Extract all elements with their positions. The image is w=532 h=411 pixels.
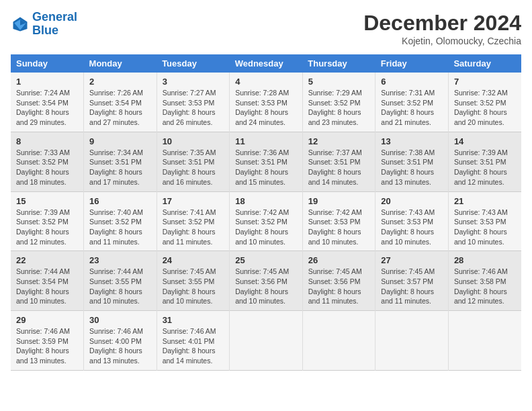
- day-number: 10: [163, 136, 224, 146]
- header-sunday: Sunday: [11, 54, 84, 73]
- header-thursday: Thursday: [302, 54, 375, 73]
- day-number: 8: [16, 136, 78, 146]
- cell-day-30: 30 Sunrise: 7:46 AM Sunset: 4:00 PM Dayl…: [84, 311, 157, 371]
- cell-day-5: 5 Sunrise: 7:29 AM Sunset: 3:52 PM Dayli…: [302, 73, 375, 132]
- header-tuesday: Tuesday: [157, 54, 230, 73]
- day-number: 30: [89, 315, 151, 325]
- day-info: Sunrise: 7:46 AM Sunset: 3:59 PM Dayligh…: [16, 326, 78, 366]
- cell-day-17: 17 Sunrise: 7:41 AM Sunset: 3:52 PM Dayl…: [157, 191, 230, 251]
- day-info: Sunrise: 7:42 AM Sunset: 3:52 PM Dayligh…: [235, 208, 297, 247]
- logo: General Blue: [11, 11, 77, 38]
- cell-day-15: 15 Sunrise: 7:39 AM Sunset: 3:52 PM Dayl…: [11, 191, 84, 251]
- cell-day-28: 28 Sunrise: 7:46 AM Sunset: 3:58 PM Dayl…: [448, 251, 521, 311]
- day-info: Sunrise: 7:45 AM Sunset: 3:55 PM Dayligh…: [163, 267, 224, 306]
- cell-day-7: 7 Sunrise: 7:32 AM Sunset: 3:52 PM Dayli…: [448, 73, 521, 132]
- day-info: Sunrise: 7:46 AM Sunset: 4:00 PM Dayligh…: [89, 326, 151, 366]
- cell-day-16: 16 Sunrise: 7:40 AM Sunset: 3:52 PM Dayl…: [84, 191, 157, 251]
- day-number: 26: [308, 255, 370, 265]
- cell-day-4: 4 Sunrise: 7:28 AM Sunset: 3:53 PM Dayli…: [230, 73, 303, 132]
- day-info: Sunrise: 7:44 AM Sunset: 3:55 PM Dayligh…: [89, 267, 151, 306]
- day-number: 11: [235, 136, 297, 146]
- day-info: Sunrise: 7:45 AM Sunset: 3:57 PM Dayligh…: [381, 267, 443, 306]
- calendar-table: Sunday Monday Tuesday Wednesday Thursday…: [11, 54, 521, 371]
- cell-day-26: 26 Sunrise: 7:45 AM Sunset: 3:56 PM Dayl…: [302, 251, 375, 311]
- cell-day-25: 25 Sunrise: 7:45 AM Sunset: 3:56 PM Dayl…: [230, 251, 303, 311]
- week-row-4: 22 Sunrise: 7:44 AM Sunset: 3:54 PM Dayl…: [11, 251, 521, 311]
- day-info: Sunrise: 7:37 AM Sunset: 3:51 PM Dayligh…: [308, 148, 370, 187]
- day-number: 21: [454, 196, 516, 206]
- day-info: Sunrise: 7:32 AM Sunset: 3:52 PM Dayligh…: [454, 88, 516, 128]
- day-number: 2: [89, 77, 151, 87]
- cell-day-empty: [230, 311, 303, 371]
- cell-day-29: 29 Sunrise: 7:46 AM Sunset: 3:59 PM Dayl…: [11, 311, 84, 371]
- cell-day-23: 23 Sunrise: 7:44 AM Sunset: 3:55 PM Dayl…: [84, 251, 157, 311]
- day-info: Sunrise: 7:24 AM Sunset: 3:54 PM Dayligh…: [16, 88, 78, 128]
- week-row-3: 15 Sunrise: 7:39 AM Sunset: 3:52 PM Dayl…: [11, 191, 521, 251]
- day-info: Sunrise: 7:44 AM Sunset: 3:54 PM Dayligh…: [16, 267, 78, 306]
- day-info: Sunrise: 7:35 AM Sunset: 3:51 PM Dayligh…: [163, 148, 224, 187]
- calendar-header-row: Sunday Monday Tuesday Wednesday Thursday…: [11, 54, 521, 73]
- day-info: Sunrise: 7:33 AM Sunset: 3:52 PM Dayligh…: [16, 148, 78, 187]
- day-info: Sunrise: 7:26 AM Sunset: 3:54 PM Dayligh…: [89, 88, 151, 128]
- header-saturday: Saturday: [448, 54, 521, 73]
- day-number: 5: [308, 77, 370, 87]
- location-subtitle: Kojetin, Olomoucky, Czechia: [363, 36, 521, 46]
- day-info: Sunrise: 7:31 AM Sunset: 3:52 PM Dayligh…: [381, 88, 443, 128]
- day-number: 29: [16, 315, 78, 325]
- day-number: 22: [16, 255, 78, 265]
- cell-day-8: 8 Sunrise: 7:33 AM Sunset: 3:52 PM Dayli…: [11, 132, 84, 191]
- cell-day-empty: [302, 311, 375, 371]
- cell-day-20: 20 Sunrise: 7:43 AM Sunset: 3:53 PM Dayl…: [375, 191, 449, 251]
- cell-day-1: 1 Sunrise: 7:24 AM Sunset: 3:54 PM Dayli…: [11, 73, 84, 132]
- day-number: 4: [235, 77, 297, 87]
- header-friday: Friday: [375, 54, 449, 73]
- day-info: Sunrise: 7:39 AM Sunset: 3:51 PM Dayligh…: [454, 148, 516, 187]
- day-info: Sunrise: 7:41 AM Sunset: 3:52 PM Dayligh…: [163, 208, 224, 247]
- week-row-5: 29 Sunrise: 7:46 AM Sunset: 3:59 PM Dayl…: [11, 311, 521, 371]
- day-number: 12: [308, 136, 370, 146]
- day-number: 7: [454, 77, 516, 87]
- cell-day-10: 10 Sunrise: 7:35 AM Sunset: 3:51 PM Dayl…: [157, 132, 230, 191]
- cell-day-3: 3 Sunrise: 7:27 AM Sunset: 3:53 PM Dayli…: [157, 73, 230, 132]
- logo-text: General Blue: [32, 11, 77, 38]
- day-info: Sunrise: 7:34 AM Sunset: 3:51 PM Dayligh…: [89, 148, 151, 187]
- day-number: 14: [454, 136, 516, 146]
- cell-day-27: 27 Sunrise: 7:45 AM Sunset: 3:57 PM Dayl…: [375, 251, 449, 311]
- cell-day-11: 11 Sunrise: 7:36 AM Sunset: 3:51 PM Dayl…: [230, 132, 303, 191]
- day-number: 17: [163, 196, 224, 206]
- day-info: Sunrise: 7:45 AM Sunset: 3:56 PM Dayligh…: [235, 267, 297, 306]
- day-number: 16: [89, 196, 151, 206]
- cell-day-24: 24 Sunrise: 7:45 AM Sunset: 3:55 PM Dayl…: [157, 251, 230, 311]
- day-info: Sunrise: 7:27 AM Sunset: 3:53 PM Dayligh…: [163, 88, 224, 128]
- cell-day-13: 13 Sunrise: 7:38 AM Sunset: 3:51 PM Dayl…: [375, 132, 449, 191]
- day-info: Sunrise: 7:43 AM Sunset: 3:53 PM Dayligh…: [381, 208, 443, 247]
- header-wednesday: Wednesday: [230, 54, 303, 73]
- cell-day-14: 14 Sunrise: 7:39 AM Sunset: 3:51 PM Dayl…: [448, 132, 521, 191]
- day-info: Sunrise: 7:38 AM Sunset: 3:51 PM Dayligh…: [381, 148, 443, 187]
- page-header: General Blue December 2024 Kojetin, Olom…: [11, 11, 521, 46]
- cell-day-31: 31 Sunrise: 7:46 AM Sunset: 4:01 PM Dayl…: [157, 311, 230, 371]
- cell-day-6: 6 Sunrise: 7:31 AM Sunset: 3:52 PM Dayli…: [375, 73, 449, 132]
- day-number: 28: [454, 255, 516, 265]
- day-number: 9: [89, 136, 151, 146]
- cell-day-9: 9 Sunrise: 7:34 AM Sunset: 3:51 PM Dayli…: [84, 132, 157, 191]
- cell-day-2: 2 Sunrise: 7:26 AM Sunset: 3:54 PM Dayli…: [84, 73, 157, 132]
- cell-day-19: 19 Sunrise: 7:42 AM Sunset: 3:53 PM Dayl…: [302, 191, 375, 251]
- cell-day-empty: [375, 311, 449, 371]
- day-number: 24: [163, 255, 224, 265]
- day-info: Sunrise: 7:29 AM Sunset: 3:52 PM Dayligh…: [308, 88, 370, 128]
- day-number: 20: [381, 196, 443, 206]
- day-number: 13: [381, 136, 443, 146]
- day-number: 23: [89, 255, 151, 265]
- day-info: Sunrise: 7:39 AM Sunset: 3:52 PM Dayligh…: [16, 208, 78, 247]
- day-number: 25: [235, 255, 297, 265]
- day-info: Sunrise: 7:43 AM Sunset: 3:53 PM Dayligh…: [454, 208, 516, 247]
- cell-day-18: 18 Sunrise: 7:42 AM Sunset: 3:52 PM Dayl…: [230, 191, 303, 251]
- cell-day-21: 21 Sunrise: 7:43 AM Sunset: 3:53 PM Dayl…: [448, 191, 521, 251]
- day-number: 18: [235, 196, 297, 206]
- cell-day-22: 22 Sunrise: 7:44 AM Sunset: 3:54 PM Dayl…: [11, 251, 84, 311]
- day-info: Sunrise: 7:46 AM Sunset: 4:01 PM Dayligh…: [163, 326, 224, 366]
- cell-day-empty: [448, 311, 521, 371]
- cell-day-12: 12 Sunrise: 7:37 AM Sunset: 3:51 PM Dayl…: [302, 132, 375, 191]
- week-row-2: 8 Sunrise: 7:33 AM Sunset: 3:52 PM Dayli…: [11, 132, 521, 191]
